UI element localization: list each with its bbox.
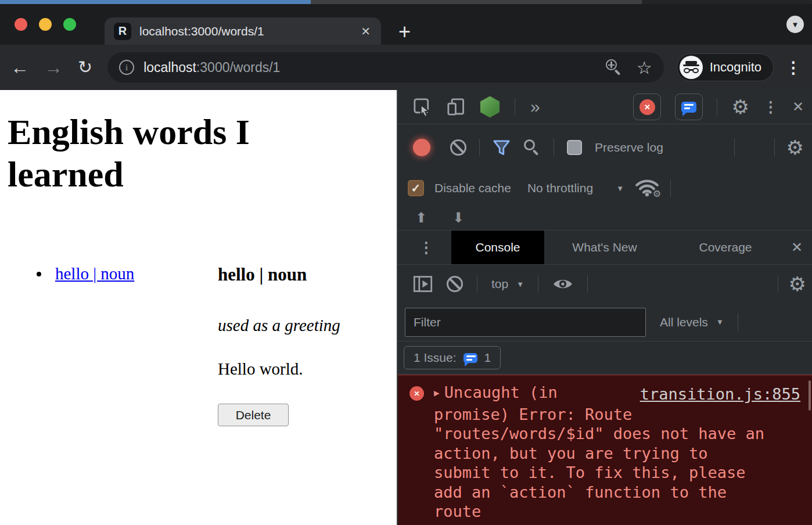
issues-button[interactable] bbox=[675, 94, 703, 120]
tab-coverage[interactable]: Coverage bbox=[665, 231, 786, 264]
separator bbox=[670, 179, 671, 197]
bookmark-star-icon[interactable]: ☆ bbox=[637, 57, 652, 78]
nodejs-icon[interactable] bbox=[480, 96, 500, 118]
word-definition: used as a greeting bbox=[218, 316, 340, 335]
issue-chat-icon bbox=[464, 353, 477, 363]
console-toolbar: top ▼ ⚙ bbox=[398, 265, 812, 303]
chevron-down-icon: ▼ bbox=[616, 184, 624, 193]
incognito-badge: Incognito bbox=[677, 53, 774, 81]
separator bbox=[774, 139, 775, 156]
word-list-item: hello | noun bbox=[37, 264, 134, 283]
error-badge-icon: ✕ bbox=[639, 99, 655, 115]
throttling-dropdown[interactable]: No throttling ▼ bbox=[527, 181, 624, 195]
browser-tab[interactable]: R localhost:3000/words/1 ✕ bbox=[105, 17, 381, 45]
inspect-element-icon[interactable] bbox=[413, 98, 432, 116]
search-network-icon[interactable] bbox=[523, 139, 541, 156]
incognito-label: Incognito bbox=[710, 60, 761, 75]
log-levels-value: All levels bbox=[660, 315, 708, 329]
tab-strip: R localhost:3000/words/1 ✕ + ▼ bbox=[0, 4, 812, 45]
forward-icon[interactable]: → bbox=[44, 58, 63, 77]
separator bbox=[554, 139, 554, 156]
conditions-gear-icon: ⚙ bbox=[653, 188, 661, 199]
log-levels-dropdown[interactable]: All levels ▼ bbox=[660, 315, 724, 329]
desktop-strip-blue bbox=[0, 0, 311, 4]
tab-close-icon[interactable]: ✕ bbox=[361, 24, 371, 38]
har-row: ⬆ ⬇ bbox=[398, 206, 812, 230]
disable-cache-label: Disable cache bbox=[434, 181, 511, 195]
issue-count: 1 bbox=[484, 351, 491, 365]
zoom-icon[interactable] bbox=[605, 59, 623, 76]
live-expression-eye-icon[interactable] bbox=[552, 276, 573, 292]
export-har-icon[interactable]: ⬇ bbox=[452, 211, 464, 225]
error-source-link[interactable]: transition.js:855 bbox=[640, 385, 800, 403]
clear-console-icon[interactable] bbox=[447, 276, 463, 292]
screen: R localhost:3000/words/1 ✕ + ▼ ← → ↻ i l… bbox=[0, 0, 812, 525]
desktop-strip-mid bbox=[311, 0, 642, 4]
drawer-menu-icon[interactable]: ⋮ bbox=[419, 240, 434, 255]
console-filter-input[interactable] bbox=[405, 308, 646, 337]
url-host: localhost bbox=[143, 60, 196, 75]
remix-favicon-icon: R bbox=[114, 23, 131, 40]
devtools-close-icon[interactable]: ✕ bbox=[792, 100, 804, 114]
clear-network-log-icon[interactable] bbox=[450, 139, 466, 156]
record-network-log-button[interactable] bbox=[413, 139, 430, 156]
import-har-icon[interactable]: ⬆ bbox=[415, 211, 427, 225]
word-example: Hello world. bbox=[218, 359, 303, 379]
error-message: Uncaught (in promise) Error: Route "rout… bbox=[434, 383, 764, 520]
reload-icon[interactable]: ↻ bbox=[78, 59, 92, 76]
console-error-message: ✕ ▶Uncaught (in promise) Error: Route "r… bbox=[398, 375, 812, 525]
devtools-settings-icon[interactable]: ⚙ bbox=[731, 97, 749, 117]
console-filter-row: All levels ▼ bbox=[398, 303, 812, 341]
separator bbox=[778, 275, 778, 293]
network-conditions-icon[interactable]: ⚙ bbox=[634, 178, 660, 198]
separator bbox=[515, 98, 515, 116]
drawer-close-icon[interactable]: ✕ bbox=[791, 240, 803, 254]
incognito-icon bbox=[680, 56, 703, 79]
network-settings-icon[interactable]: ⚙ bbox=[786, 138, 804, 157]
site-info-icon[interactable]: i bbox=[119, 60, 134, 75]
console-settings-icon[interactable]: ⚙ bbox=[789, 274, 806, 294]
issue-count-button[interactable]: 1 Issue: 1 bbox=[404, 346, 501, 369]
error-count-button[interactable]: ✕ bbox=[633, 94, 661, 120]
network-conditions-row: ✓ Disable cache No throttling ▼ ⚙ bbox=[398, 171, 812, 206]
issue-text: 1 Issue: bbox=[414, 351, 457, 365]
preserve-log-label: Preserve log bbox=[595, 141, 663, 154]
expand-triangle-icon[interactable]: ▶ bbox=[434, 383, 440, 403]
maximize-window-button[interactable] bbox=[63, 18, 76, 31]
page-title: English words I learned bbox=[8, 111, 333, 195]
scrollbar-thumb[interactable] bbox=[809, 380, 811, 411]
back-icon[interactable]: ← bbox=[10, 58, 29, 77]
tab-search-button[interactable]: ▼ bbox=[786, 16, 804, 33]
desktop-background-strip bbox=[0, 0, 812, 4]
minimize-window-button[interactable] bbox=[39, 18, 52, 31]
error-text: ▶Uncaught (in promise) Error: Route "rou… bbox=[434, 383, 774, 522]
device-toolbar-icon[interactable] bbox=[447, 98, 465, 116]
issue-bar: 1 Issue: 1 bbox=[398, 341, 812, 375]
tab-whats-new[interactable]: What's New bbox=[544, 231, 665, 264]
more-panels-icon[interactable]: » bbox=[530, 98, 540, 116]
separator bbox=[717, 98, 717, 116]
separator bbox=[587, 275, 588, 293]
url-text: localhost:3000/words/1 bbox=[143, 60, 280, 75]
chevron-down-icon: ▼ bbox=[516, 280, 524, 289]
disable-cache-checkbox[interactable]: ✓ bbox=[408, 180, 424, 196]
throttling-value: No throttling bbox=[527, 181, 593, 195]
word-link[interactable]: hello | noun bbox=[55, 264, 134, 283]
context-selector[interactable]: top ▼ bbox=[491, 277, 524, 291]
separator bbox=[477, 275, 477, 293]
close-window-button[interactable] bbox=[15, 18, 27, 31]
drawer-tab-bar: ⋮ Console What's New Coverage ✕ bbox=[398, 230, 812, 265]
list-bullet bbox=[37, 272, 41, 276]
url-bar[interactable]: i localhost:3000/words/1 ☆ bbox=[107, 52, 664, 82]
browser-menu-icon[interactable]: ⋮ bbox=[785, 58, 802, 77]
devtools-menu-icon[interactable]: ⋮ bbox=[763, 99, 778, 114]
preserve-log-checkbox[interactable] bbox=[567, 140, 582, 155]
browser-toolbar: ← → ↻ i localhost:3000/words/1 ☆ Incogni… bbox=[0, 45, 812, 90]
new-tab-button[interactable]: + bbox=[398, 21, 411, 42]
console-sidebar-icon[interactable] bbox=[413, 275, 433, 293]
separator bbox=[479, 139, 480, 156]
filter-funnel-icon[interactable] bbox=[493, 139, 511, 156]
delete-button[interactable]: Delete bbox=[218, 404, 289, 426]
issues-chat-icon bbox=[681, 102, 696, 113]
tab-console[interactable]: Console bbox=[451, 231, 544, 264]
